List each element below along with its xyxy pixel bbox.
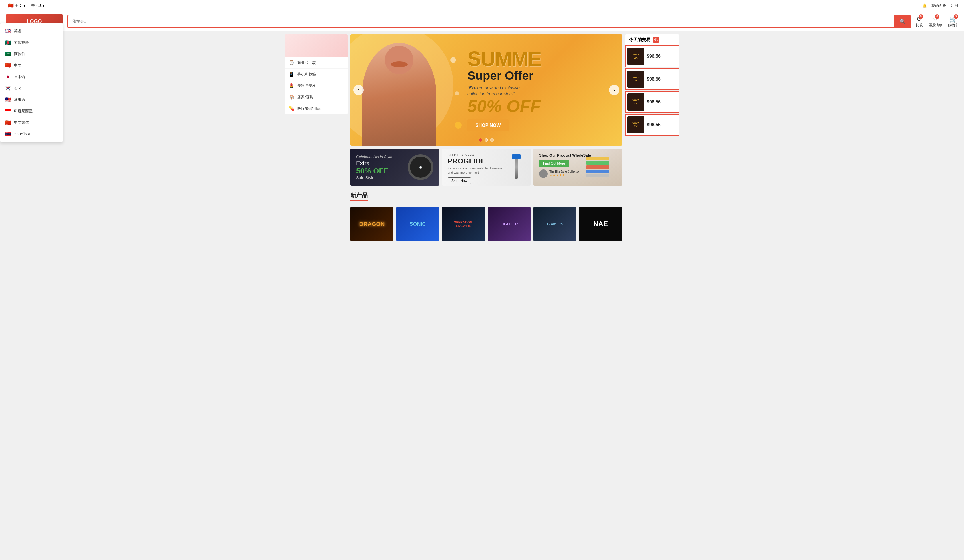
promo-razor-button[interactable]: Shop Now [448, 177, 471, 184]
deal-game-label-4: WWE2K [633, 122, 639, 128]
cart-label: 购物车 [948, 23, 958, 28]
top-bar-left: 🇨🇳 中文 ▾ 美元 $ ▾ [6, 2, 47, 10]
watch-icon: ⌚ [289, 60, 295, 65]
watch-text: ⌚ [419, 166, 422, 169]
cart-button[interactable]: 🛒 0 购物车 [948, 15, 958, 28]
deal-item-1[interactable]: WWE2K $96.56 [625, 45, 679, 67]
bell-icon[interactable]: 🔔 [922, 3, 927, 8]
lang-label-thai: ภาษาไทย [14, 131, 30, 137]
product-image-game5: GAME 5 [534, 207, 576, 241]
banner-dot-1[interactable] [479, 138, 482, 142]
product-card-operation[interactable]: OPERATION:LIVEWIRE [442, 207, 485, 241]
banner-dot-2[interactable] [485, 138, 488, 142]
hero-shop-button[interactable]: SHOP NOW [467, 119, 509, 131]
sidebar: ⌚ 商业和手表 📱 手机和标签 💄 美容与美发 🏠 居家/寝具 💊 [285, 34, 348, 241]
products-grid: DRAGON SONIC OPERATION:LIVEWIRE [350, 207, 622, 241]
banner-next-button[interactable]: › [609, 85, 619, 95]
compare-badge: 0 [918, 14, 923, 19]
product-card-fighter[interactable]: FIGHTER [488, 207, 531, 241]
product-image-nae: NAE [579, 207, 622, 241]
sidebar-item-home[interactable]: 🏠 居家/寝具 [285, 91, 348, 103]
deal-price-1: $96.56 [646, 54, 661, 59]
sidebar-label-beauty: 美容与美发 [297, 83, 316, 88]
hero-quote-text: "Explore new and exclusivecollection fro… [467, 84, 614, 97]
flag-english: 🇬🇧 [5, 28, 11, 34]
compare-label: 比较 [916, 23, 923, 28]
sidebar-item-beauty[interactable]: 💄 美容与美发 [285, 80, 348, 91]
currency-text: 美元 $ ▾ [31, 3, 45, 8]
product-card-sonic[interactable]: SONIC [396, 207, 439, 241]
lang-option-chinese[interactable]: 🇨🇳 中文 [0, 60, 63, 71]
sidebar-label-phones: 手机和标签 [297, 72, 316, 77]
product-card-nae[interactable]: NAE [579, 207, 622, 241]
search-bar: 🔍 [67, 15, 911, 28]
banner-prev-button[interactable]: ‹ [353, 85, 364, 95]
sonic-label: SONIC [409, 221, 426, 227]
flag-indonesian: 🇮🇩 [5, 108, 11, 114]
dashboard-link[interactable]: 我的面板 [931, 3, 946, 8]
ella-jane-logo [539, 169, 548, 178]
deals-title: 今天的交易 [629, 37, 650, 42]
currency-selector[interactable]: 美元 $ ▾ [29, 2, 47, 10]
lang-option-malay[interactable]: 🇲🇾 马来语 [0, 94, 63, 106]
promo-card-watch[interactable]: Celebrate His In Style Extra 50% OFF Sal… [350, 149, 439, 186]
promo-card-wholesale[interactable]: Shop Our Product WholeSale Find Out More… [534, 149, 622, 186]
lang-option-korean[interactable]: 🇰🇷 한국 [0, 83, 63, 94]
deal-thumb-4: WWE2K [627, 116, 644, 133]
wholesale-find-out-more-button[interactable]: Find Out More [539, 160, 569, 167]
promo-card-razor[interactable]: KEEP IT CLASSIC PROGLIDE 2X lubrication … [442, 149, 531, 186]
product-card-game5[interactable]: GAME 5 [534, 207, 576, 241]
deal-item-2[interactable]: WWE2K $96.56 [625, 68, 679, 90]
header-icons: ⟳ 0 比较 ♡ 0 愿景清单 🛒 0 购物车 [916, 15, 958, 28]
deals-header: 今天的交易 热 [625, 34, 679, 45]
wholesale-text-area: Shop Our Product WholeSale Find Out More… [539, 153, 616, 178]
center-content: SUMME Super Offer "Explore new and exclu… [350, 34, 622, 241]
ella-jane-collection-label: The Ella Jane Collection [549, 170, 580, 173]
deal-game-label-3: WWE2K [633, 99, 639, 105]
lang-option-english[interactable]: 🇬🇧 英语 [0, 26, 63, 37]
sidebar-item-phones[interactable]: 📱 手机和标签 [285, 68, 348, 80]
deal-game-label-2: WWE2K [633, 76, 639, 82]
lang-option-trad-chinese[interactable]: 🇨🇳 中文繁体 [0, 117, 63, 128]
deal-price-4: $96.56 [646, 122, 661, 127]
product-image-fighter: FIGHTER [488, 207, 531, 241]
wishlist-button[interactable]: ♡ 0 愿景清单 [928, 15, 942, 28]
wishlist-label: 愿景清单 [928, 23, 942, 28]
register-link[interactable]: 注册 [951, 3, 958, 8]
game5-label: GAME 5 [547, 222, 563, 226]
section-title-new-products: 新产品 [350, 192, 368, 201]
sidebar-menu: ⌚ 商业和手表 📱 手机和标签 💄 美容与美发 🏠 居家/寝具 💊 [285, 57, 348, 114]
decor-dot-2 [455, 91, 459, 96]
lang-option-arabic[interactable]: 🇸🇦 阿拉伯 [0, 48, 63, 60]
sidebar-label-home: 居家/寝具 [297, 94, 313, 100]
hero-glasses [391, 62, 408, 67]
search-input[interactable] [68, 16, 894, 27]
deal-item-4[interactable]: WWE2K $96.56 [625, 114, 679, 136]
sidebar-item-medical[interactable]: 💊 医疗/保健用品 [285, 103, 348, 114]
search-button[interactable]: 🔍 [894, 15, 911, 28]
medical-icon: 💊 [289, 106, 295, 111]
lang-label-trad-chinese: 中文繁体 [14, 120, 29, 125]
decor-dot-3 [455, 122, 462, 128]
deal-price-2: $96.56 [646, 76, 661, 82]
operation-label: OPERATION:LIVEWIRE [454, 221, 473, 227]
header: LOGO 🔍 ⟳ 0 比较 ♡ 0 愿景清单 🛒 0 购物车 [0, 11, 964, 31]
hero-off-text: 50% OFF [467, 98, 614, 115]
deal-item-3[interactable]: WWE2K $96.56 [625, 91, 679, 113]
sidebar-label-medical: 医疗/保健用品 [297, 106, 321, 111]
nae-label: NAE [593, 220, 608, 228]
lang-option-bengali[interactable]: 🇧🇩 孟加拉语 [0, 37, 63, 48]
lang-option-indonesian[interactable]: 🇮🇩 印度尼西亚 [0, 106, 63, 117]
top-bar: 🇨🇳 中文 ▾ 美元 $ ▾ 🔔 我的面板 注册 [0, 0, 964, 11]
banner-dots [479, 138, 494, 142]
compare-button[interactable]: ⟳ 0 比较 [916, 15, 923, 28]
language-selector[interactable]: 🇨🇳 中文 ▾ [6, 2, 28, 10]
new-products-section: 新产品 DRAGON SONIC OPERATION:LI [350, 186, 622, 241]
product-card-dragon[interactable]: DRAGON [350, 207, 393, 241]
lang-option-thai[interactable]: 🇹🇭 ภาษาไทย [0, 128, 63, 140]
sidebar-item-watches[interactable]: ⌚ 商业和手表 [285, 57, 348, 68]
razor-image [505, 154, 528, 180]
sidebar-label-watches: 商业和手表 [297, 60, 316, 65]
lang-option-japanese[interactable]: 🇯🇵 日本语 [0, 71, 63, 83]
banner-dot-3[interactable] [490, 138, 494, 142]
